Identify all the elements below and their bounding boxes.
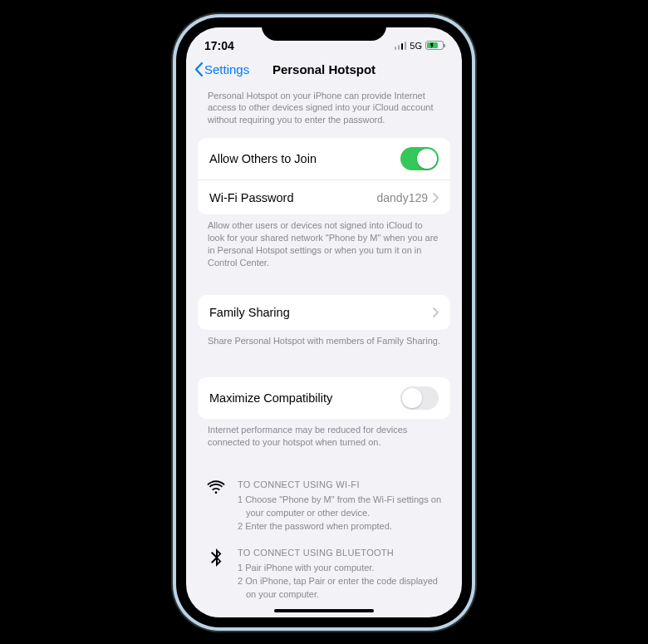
allow-others-label: Allow Others to Join — [209, 152, 317, 165]
back-button[interactable]: Settings — [194, 62, 249, 76]
chevron-left-icon — [194, 62, 203, 76]
bt-step-2: 2 On iPhone, tap Pair or enter the code … — [238, 575, 442, 600]
phone-frame: 17:04 5G Settings — [173, 14, 475, 631]
maximize-compat-label: Maximize Compatibility — [209, 391, 332, 405]
family-footer: Share Personal Hotspot with members of F… — [198, 330, 450, 359]
maximize-compat-toggle[interactable] — [400, 386, 439, 410]
battery-icon — [425, 41, 444, 50]
screen: 17:04 5G Settings — [186, 27, 462, 617]
status-right: 5G — [395, 41, 444, 51]
signal-icon — [395, 42, 407, 50]
wifi-step-1: 1 Choose "Phone by M" from the Wi-Fi set… — [238, 494, 442, 520]
wifi-password-label: Wi-Fi Password — [209, 191, 294, 204]
wifi-password-value: dandy129 — [376, 191, 428, 204]
allow-others-row[interactable]: Allow Others to Join — [198, 138, 450, 179]
bt-heading: TO CONNECT USING BLUETOOTH — [238, 547, 442, 560]
bt-step-1: 1 Pair iPhone with your computer. — [238, 562, 442, 575]
main-group: Allow Others to Join Wi-Fi Password dand… — [198, 138, 450, 214]
network-label: 5G — [410, 41, 422, 51]
wifi-password-row[interactable]: Wi-Fi Password dandy129 — [198, 179, 450, 214]
compat-group: Maximize Compatibility — [198, 377, 450, 419]
content-scroll[interactable]: Personal Hotspot on your iPhone can prov… — [186, 85, 462, 600]
phone-bezel: 17:04 5G Settings — [176, 17, 472, 627]
allow-others-toggle[interactable] — [400, 147, 439, 170]
chevron-right-icon — [433, 193, 439, 203]
wifi-heading: TO CONNECT USING WI-FI — [238, 479, 442, 492]
intro-description: Personal Hotspot on your iPhone can prov… — [198, 85, 450, 139]
notch — [262, 17, 386, 41]
wifi-icon — [206, 479, 226, 533]
bluetooth-icon — [206, 547, 226, 600]
back-label: Settings — [204, 62, 249, 76]
compat-footer: Internet performance may be reduced for … — [198, 419, 450, 460]
allow-others-footer: Allow other users or devices not signed … — [198, 214, 450, 280]
family-sharing-label: Family Sharing — [209, 306, 290, 319]
nav-bar: Settings Personal Hotspot — [186, 57, 462, 85]
family-group: Family Sharing — [198, 295, 450, 330]
family-sharing-row[interactable]: Family Sharing — [198, 295, 450, 330]
wifi-step-2: 2 Enter the password when prompted. — [238, 520, 442, 533]
bluetooth-instructions: TO CONNECT USING BLUETOOTH 1 Pair iPhone… — [198, 543, 450, 600]
page-title: Personal Hotspot — [272, 62, 376, 76]
chevron-right-icon — [433, 307, 439, 317]
maximize-compat-row[interactable]: Maximize Compatibility — [198, 377, 450, 419]
wifi-instructions: TO CONNECT USING WI-FI 1 Choose "Phone b… — [198, 475, 450, 543]
home-indicator[interactable] — [274, 609, 374, 612]
status-time: 17:04 — [204, 39, 234, 52]
